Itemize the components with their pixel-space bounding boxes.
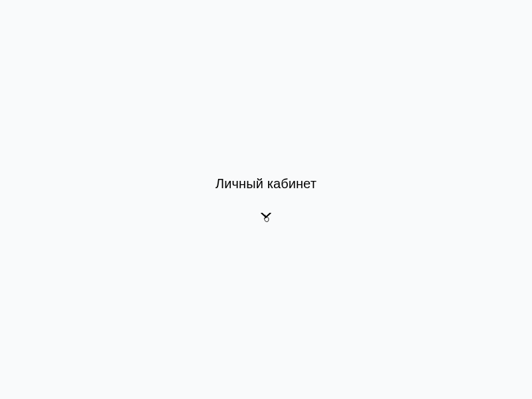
page-title: Личный кабинет <box>215 176 317 192</box>
loading-indicator <box>261 213 271 223</box>
page-content: Личный кабинет <box>215 176 317 223</box>
cursor-pointer-icon <box>262 213 271 223</box>
